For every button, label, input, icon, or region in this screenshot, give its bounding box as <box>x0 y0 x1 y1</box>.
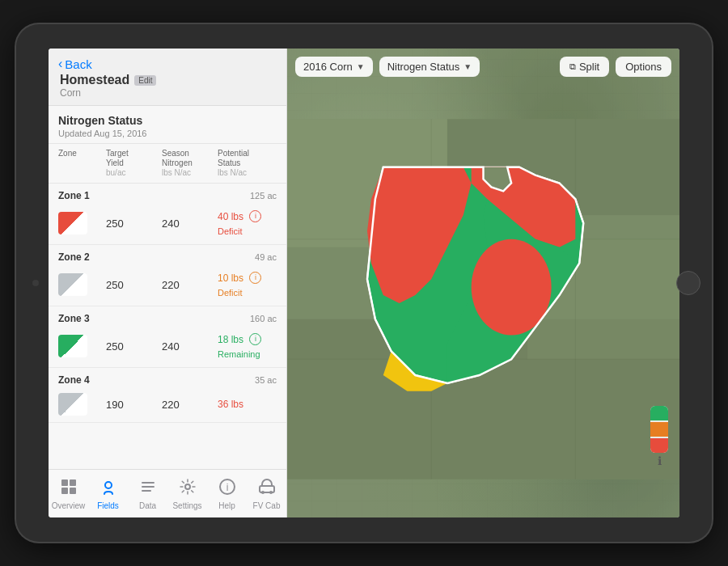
tab-fv-cab[interactable]: FV Cab <box>247 478 286 510</box>
options-label: Options <box>625 61 662 73</box>
zone-1-data: 250 240 40 lbs i Deficit <box>58 209 277 238</box>
zone-4-name: Zone 4 <box>58 374 90 386</box>
tab-bar: Overview Fields <box>49 469 286 517</box>
split-button[interactable]: ⧉ Split <box>560 57 609 77</box>
zone-3-status: 18 lbs i Remaining <box>218 332 282 361</box>
split-label: Split <box>579 61 599 73</box>
nitrogen-status-header: Nitrogen Status Updated Aug 15, 2016 <box>49 106 286 144</box>
zone-2-data: 250 220 10 lbs i Deficit <box>58 270 277 299</box>
zone-2-name: Zone 2 <box>58 251 90 263</box>
homestead-row: Homestead Edit <box>60 73 277 87</box>
legend-orange <box>650 422 668 437</box>
legend-red <box>650 438 668 453</box>
zone-4-data: 190 220 36 lbs <box>58 393 277 416</box>
zone-row[interactable]: Zone 3 160 ac 250 240 18 lbs i Remain <box>49 306 286 368</box>
zone-3-yield: 250 <box>106 340 159 353</box>
crop-year-dropdown[interactable]: 2016 Corn ▼ <box>295 57 373 77</box>
fields-icon <box>99 478 117 500</box>
th-target-yield: TargetYieldbu/ac <box>106 149 159 178</box>
map-area: 2016 Corn ▼ Nitrogen Status ▼ ⧉ Split Op… <box>287 49 679 517</box>
layer-dropdown[interactable]: Nitrogen Status ▼ <box>379 57 480 77</box>
overview-icon <box>60 478 78 500</box>
layer-label: Nitrogen Status <box>387 61 460 73</box>
field-map-svg <box>287 81 679 517</box>
zone-row[interactable]: Zone 1 125 ac 250 240 40 lbs i Defici <box>49 184 286 245</box>
table-headers: Zone TargetYieldbu/ac SeasonNitrogenlbs … <box>49 144 286 184</box>
zone-2-info-icon[interactable]: i <box>249 272 261 284</box>
legend-green <box>650 406 668 420</box>
tablet-frame: ‹ Back Homestead Edit Corn Nitrogen Stat… <box>16 24 712 542</box>
zone-4-icon <box>58 393 87 416</box>
tab-help[interactable]: i Help <box>207 478 247 510</box>
th-potential-status: PotentialStatuslbs N/ac <box>218 149 282 178</box>
svg-rect-3 <box>70 488 76 494</box>
th-season-nitrogen: SeasonNitrogenlbs N/ac <box>162 149 214 178</box>
zones-list: Zone 1 125 ac 250 240 40 lbs i Defici <box>49 184 286 469</box>
tab-settings-label: Settings <box>172 501 201 510</box>
tab-data-label: Data <box>139 501 156 510</box>
zone-1-status: 40 lbs i Deficit <box>218 209 282 238</box>
zone-1-info-icon[interactable]: i <box>249 210 261 222</box>
zone-2-status: 10 lbs i Deficit <box>218 270 282 299</box>
back-button[interactable]: Back <box>65 57 91 71</box>
zone-2-yield: 250 <box>106 279 159 291</box>
map-toolbar: 2016 Corn ▼ Nitrogen Status ▼ ⧉ Split Op… <box>295 57 671 77</box>
zone-1-icon <box>58 212 87 234</box>
zone-3-data: 250 240 18 lbs i Remaining <box>58 332 277 361</box>
zone-2-acres: 49 ac <box>255 252 277 262</box>
zone-4-acres: 35 ac <box>255 375 277 385</box>
crop-year-chevron-icon: ▼ <box>357 62 365 71</box>
svg-text:i: i <box>226 482 228 493</box>
tab-settings[interactable]: Settings <box>167 478 207 510</box>
svg-rect-0 <box>61 479 68 486</box>
tab-fv-cab-label: FV Cab <box>253 501 281 510</box>
nitrogen-date: Updated Aug 15, 2016 <box>58 129 277 138</box>
svg-point-8 <box>185 484 190 489</box>
fv-cab-icon <box>258 478 276 500</box>
zone-3-name: Zone 3 <box>58 313 90 324</box>
tab-fields-label: Fields <box>97 501 119 510</box>
back-row: ‹ Back <box>58 57 277 71</box>
tab-data[interactable]: Data <box>128 478 167 510</box>
screen-content: ‹ Back Homestead Edit Corn Nitrogen Stat… <box>49 49 679 517</box>
zone-row[interactable]: Zone 4 35 ac 190 220 36 lbs <box>49 368 286 423</box>
split-icon: ⧉ <box>569 61 576 72</box>
zone-4-status: 36 lbs <box>218 399 282 410</box>
left-panel: ‹ Back Homestead Edit Corn Nitrogen Stat… <box>49 49 287 517</box>
zone-2-nitrogen: 220 <box>162 279 214 291</box>
zone-4-nitrogen: 220 <box>162 399 214 411</box>
tab-help-label: Help <box>218 501 235 510</box>
tab-overview-label: Overview <box>52 501 86 510</box>
edit-badge[interactable]: Edit <box>134 75 156 86</box>
zone-3-nitrogen: 240 <box>162 340 214 353</box>
tab-overview[interactable]: Overview <box>49 478 88 510</box>
options-button[interactable]: Options <box>616 57 671 77</box>
homestead-subtitle: Corn <box>60 87 277 99</box>
tablet-camera <box>32 280 39 286</box>
legend-info-icon[interactable]: ℹ <box>658 454 662 467</box>
zone-3-acres: 160 ac <box>250 314 277 323</box>
zone-2-icon <box>58 273 87 296</box>
zone-row[interactable]: Zone 2 49 ac 250 220 10 lbs i Deficit <box>49 245 286 306</box>
nitrogen-title: Nitrogen Status <box>58 114 277 127</box>
svg-rect-1 <box>70 479 76 486</box>
data-icon <box>139 478 157 500</box>
map-legend <box>650 406 668 453</box>
zone-1-name: Zone 1 <box>58 190 90 201</box>
crop-year-label: 2016 Corn <box>303 61 353 73</box>
zone-1-nitrogen: 240 <box>162 218 214 230</box>
th-zone: Zone <box>58 149 103 178</box>
zone-3-icon <box>58 335 87 357</box>
svg-point-4 <box>105 482 112 488</box>
panel-header: ‹ Back Homestead Edit Corn <box>49 49 286 106</box>
home-button[interactable] <box>676 271 700 295</box>
homestead-title: Homestead <box>60 73 129 87</box>
zone-3-info-icon[interactable]: i <box>249 333 261 345</box>
tab-fields[interactable]: Fields <box>88 478 128 510</box>
legend-info[interactable]: ℹ <box>650 454 668 467</box>
zone-1-acres: 125 ac <box>250 191 277 201</box>
svg-rect-2 <box>61 488 68 494</box>
svg-point-12 <box>261 491 265 494</box>
zone-4-yield: 190 <box>106 399 159 411</box>
zone-1-yield: 250 <box>106 218 159 230</box>
